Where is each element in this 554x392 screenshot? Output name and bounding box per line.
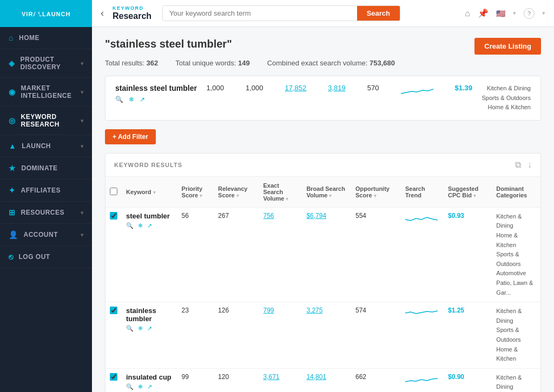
row-keyword-cell: insulated cup 🔍 ❄ ↗ [122, 368, 177, 392]
row-relevancy: 126 [214, 302, 259, 369]
home-icon[interactable]: ⌂ [465, 9, 470, 18]
th-broad: Broad Search Volume ▾ [302, 177, 351, 208]
row-trend [401, 368, 444, 392]
search-input[interactable] [163, 6, 357, 21]
row-cpc: $1.25 [444, 302, 492, 369]
row-opportunity: 554 [351, 207, 401, 302]
th-categories: Dominant Categories [492, 177, 540, 208]
launch-icon: ▲ [9, 142, 16, 150]
sidebar-item-resources[interactable]: ⊞ RESOURCES ▾ [0, 202, 92, 224]
row-trend [401, 207, 444, 302]
chevron-down-icon: ▾ [81, 232, 84, 238]
row-checkbox[interactable] [110, 307, 117, 314]
external-link-icon[interactable]: ↗ [147, 325, 152, 332]
search-icon[interactable]: 🔍 [126, 383, 134, 390]
row-trend [401, 302, 444, 369]
search-action-icon[interactable]: 🔍 [115, 96, 123, 103]
sidebar-item-market-intelligence[interactable]: ◉ MARKET INTELLIGENCE ▾ [0, 78, 92, 107]
featured-broad[interactable]: 3,819 [328, 84, 346, 92]
sidebar-item-label: AFFILIATES [21, 187, 61, 194]
logout-icon: ⎋ [9, 253, 14, 261]
sparkline [405, 212, 438, 225]
total-results: Total results: 362 [105, 59, 158, 67]
external-link-icon[interactable]: ↗ [147, 383, 152, 390]
dominate-icon: ★ [9, 164, 16, 172]
sidebar-item-keyword-research[interactable]: ◎ KEYWORD RESEARCH ▾ [0, 107, 92, 135]
search-icon[interactable]: 🔍 [126, 325, 134, 332]
row-priority: 23 [177, 302, 214, 369]
search-icon[interactable]: 🔍 [126, 222, 134, 229]
sidebar-item-home[interactable]: ⌂ HOME [0, 27, 92, 49]
th-trend: Search Trend [401, 177, 444, 208]
row-priority: 56 [177, 207, 214, 302]
pin-icon[interactable]: 📌 [478, 8, 489, 18]
featured-categories: Kitchen & Dining Sports & Outdoors Home … [482, 84, 531, 112]
sidebar-item-dominate[interactable]: ★ DOMINATE [0, 157, 92, 180]
total-unique: Total unique words: 149 [175, 59, 249, 67]
row-exact: 799 [259, 302, 302, 369]
flag-icon[interactable]: 🇺🇸 [496, 9, 505, 18]
th-cpc: Suggested CPC Bid ▾ [444, 177, 492, 208]
create-listing-button[interactable]: Create Listing [474, 38, 541, 55]
th-opportunity: Opportunity Score ▾ [351, 177, 401, 208]
external-link-icon[interactable]: ↗ [140, 96, 145, 103]
featured-metrics: 1,000 1,000 17,852 3,819 570 $1.39 [206, 84, 472, 97]
row-opportunity: 574 [351, 302, 401, 369]
sidebar-item-label: MARKET INTELLIGENCE [21, 84, 81, 99]
back-button[interactable]: ‹ [101, 8, 104, 19]
chevron-down-icon: ▾ [81, 118, 84, 124]
row-exact: 3,671 [259, 368, 302, 392]
row-actions: 🔍 ❄ ↗ [126, 222, 173, 229]
title-line1: KEYWORD [113, 6, 151, 11]
sidebar-item-account[interactable]: 👤 ACCOUNT ▾ [0, 224, 92, 246]
search-query-label: "stainless steel tumbler" [105, 38, 232, 50]
row-relevancy: 120 [214, 368, 259, 392]
row-categories: Kitchen & DiningHome & KitchenSports & O… [492, 368, 540, 392]
featured-sparkline [401, 84, 433, 97]
results-actions: ⧉ ↓ [515, 160, 532, 170]
results-title: KEYWORD RESULTS [114, 162, 182, 168]
svg-text:VIRAL: VIRAL [22, 11, 42, 17]
sidebar-item-product-discovery[interactable]: ◈ PRODUCT DISCOVERY ▾ [0, 49, 92, 78]
chevron-down-icon: ▾ [81, 89, 84, 95]
snowflake-action-icon[interactable]: ❄ [129, 96, 134, 103]
row-broad: 3,275 [302, 302, 351, 369]
snowflake-icon[interactable]: ❄ [138, 325, 143, 332]
content-header: "stainless steel tumbler" Create Listing [105, 38, 541, 55]
account-icon: 👤 [9, 230, 18, 239]
stats-row: Total results: 362 Total unique words: 1… [105, 59, 541, 67]
table-header-row: Keyword ▾ Priority Score ▾ Relevancy Sco… [105, 177, 540, 208]
add-filter-button[interactable]: + Add Filter [105, 129, 156, 144]
snowflake-icon[interactable]: ❄ [138, 383, 143, 390]
main-content: ‹ KEYWORD Research Search ⌂ 📌 🇺🇸 ▾ ? ▾ "… [92, 0, 554, 392]
row-broad: 14,801 [302, 368, 351, 392]
row-checkbox[interactable] [110, 373, 117, 381]
sidebar-item-logout[interactable]: ⎋ LOG OUT [0, 246, 92, 268]
th-keyword: Keyword ▾ [122, 177, 177, 208]
table-body: steel tumbler 🔍 ❄ ↗ 56 267 756 $6,794 55… [105, 207, 540, 392]
search-button[interactable]: Search [357, 6, 400, 21]
results-header: KEYWORD RESULTS ⧉ ↓ [105, 154, 540, 177]
table-row: insulated cup 🔍 ❄ ↗ 99 120 3,671 14,801 … [105, 368, 540, 392]
sidebar-item-launch[interactable]: ▲ LAUNCH ▾ [0, 135, 92, 157]
results-section: KEYWORD RESULTS ⧉ ↓ Keyword ▾ Priority S… [105, 153, 541, 392]
help-icon[interactable]: ? [524, 8, 535, 19]
sidebar-item-label: LOG OUT [19, 253, 50, 261]
sidebar-item-affiliates[interactable]: ✦ AFFILIATES [0, 180, 92, 202]
row-checkbox[interactable] [110, 212, 117, 220]
download-icon[interactable]: ↓ [527, 160, 532, 170]
chevron-down-icon: ▾ [81, 143, 84, 149]
row-exact: 756 [259, 207, 302, 302]
resources-icon: ⊞ [9, 208, 16, 217]
featured-actions: 🔍 ❄ ↗ [115, 96, 197, 103]
sparkline [405, 373, 438, 386]
sidebar-item-label: DOMINATE [22, 164, 58, 172]
select-all-checkbox[interactable] [110, 188, 117, 195]
featured-exact[interactable]: 17,852 [285, 84, 306, 92]
keyword-name: insulated cup [126, 373, 173, 381]
export-icon[interactable]: ⧉ [515, 160, 521, 170]
topbar-icons: ⌂ 📌 🇺🇸 ▾ ? ▾ [465, 8, 545, 19]
row-checkbox-cell [105, 368, 122, 392]
external-link-icon[interactable]: ↗ [147, 222, 152, 229]
snowflake-icon[interactable]: ❄ [138, 222, 143, 229]
